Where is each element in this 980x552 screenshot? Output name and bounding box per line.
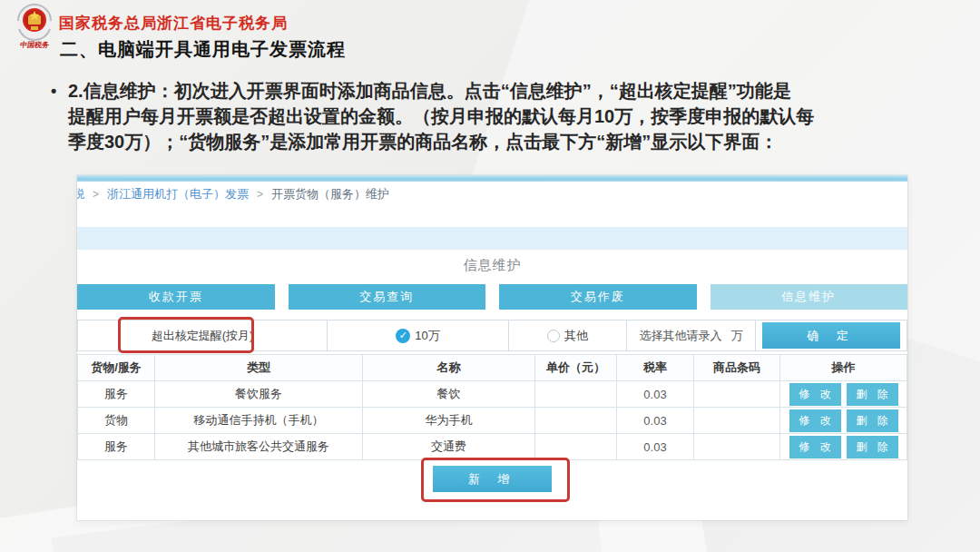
modify-button[interactable]: 修 改 xyxy=(789,409,841,432)
cell-type: 其他城市旅客公共交通服务 xyxy=(155,434,363,459)
modify-button[interactable]: 修 改 xyxy=(789,383,841,406)
col-header-name: 名称 xyxy=(363,355,535,380)
tab-receipt-invoice[interactable]: 收款开票 xyxy=(77,284,275,310)
breadcrumb: 税>浙江通用机打（电子）发票>开票货物（服务）维护 xyxy=(77,186,907,204)
intro-line: 2.信息维护：初次进入开票界面时添加商品信息。点击“信息维护”，“超出核定提醒”… xyxy=(51,78,926,104)
delete-button[interactable]: 删 除 xyxy=(847,409,898,432)
intro-line: 季度30万）；“货物服务”是添加常用开票的商品名称，点击最下方“新增”显示以下界… xyxy=(51,129,926,154)
bullet-dot: • xyxy=(51,78,56,104)
cell-price xyxy=(535,381,617,407)
cell-category: 货物 xyxy=(78,408,155,433)
add-new-button[interactable]: 新 增 xyxy=(433,466,552,492)
col-header-type: 类型 xyxy=(155,355,363,380)
slide-background: 中国税务 国家税务总局浙江省电子税务局 二、电脑端开具通用电子发票流程 • 2.… xyxy=(0,0,980,552)
tax-bureau-logo-icon xyxy=(13,3,56,41)
table-header-row: 货物/服务 类型 名称 单价（元） 税率 商品条码 操作 xyxy=(78,355,906,381)
cell-actions: 修 改 删 除 xyxy=(780,434,906,459)
col-header-price: 单价（元） xyxy=(535,355,617,380)
org-title: 国家税务总局浙江省电子税务局 xyxy=(59,13,288,34)
delete-button[interactable]: 删 除 xyxy=(847,436,898,458)
cell-barcode xyxy=(694,434,780,459)
cell-barcode xyxy=(694,408,780,433)
toolbar-band xyxy=(77,227,907,250)
cell-name: 餐饮 xyxy=(363,381,535,407)
cell-name: 交通费 xyxy=(363,434,535,459)
logo-caption: 中国税务 xyxy=(10,40,59,50)
col-header-rate: 税率 xyxy=(617,355,694,380)
cell-name: 华为手机 xyxy=(363,408,535,433)
breadcrumb-separator: > xyxy=(257,188,263,201)
cell-price xyxy=(535,408,617,433)
tab-info-maintenance[interactable]: 信息维护 xyxy=(710,284,908,310)
other-amount-hint: 选择其他请录入 xyxy=(640,328,722,344)
option-other[interactable]: 其他 xyxy=(509,320,627,350)
tab-transaction-void[interactable]: 交易作废 xyxy=(499,284,697,310)
cell-rate: 0.03 xyxy=(617,408,694,433)
cell-price xyxy=(535,434,617,459)
option-100k[interactable]: ✓ 10万 xyxy=(328,320,509,350)
cell-category: 服务 xyxy=(78,381,155,407)
tab-transaction-query[interactable]: 交易查询 xyxy=(289,284,486,310)
option-other-label: 其他 xyxy=(564,328,588,344)
cell-rate: 0.03 xyxy=(617,434,694,459)
table-row: 货物 移动通信手持机（手机） 华为手机 0.03 修 改 删 除 xyxy=(78,408,906,434)
section-title: 二、电脑端开具通用电子发票流程 xyxy=(60,37,346,62)
cell-rate: 0.03 xyxy=(617,381,694,407)
option-100k-label: 10万 xyxy=(415,328,439,344)
delete-button[interactable]: 删 除 xyxy=(847,383,898,406)
panel-top-bar xyxy=(77,175,907,182)
cell-type: 餐饮服务 xyxy=(155,381,363,407)
breadcrumb-item-invoice-type[interactable]: 浙江通用机打（电子）发票 xyxy=(107,187,249,201)
other-amount-cell: 选择其他请录入 万 xyxy=(627,320,756,350)
checked-radio-icon[interactable]: ✓ xyxy=(396,329,410,343)
cell-actions: 修 改 删 除 xyxy=(780,381,906,407)
panel-title: 信息维护 xyxy=(77,257,907,274)
confirm-button[interactable]: 确 定 xyxy=(762,322,900,349)
unchecked-radio-icon[interactable] xyxy=(547,330,560,342)
intro-paragraph: • 2.信息维护：初次进入开票界面时添加商品信息。点击“信息维护”，“超出核定提… xyxy=(51,78,926,154)
quota-reminder-row: 超出核定提醒(按月) ✓ 10万 其他 选择其他请录入 万 确 定 xyxy=(77,320,907,351)
breadcrumb-separator: > xyxy=(93,188,99,201)
cell-barcode xyxy=(694,381,780,407)
col-header-category: 货物/服务 xyxy=(78,355,155,380)
other-amount-unit: 万 xyxy=(731,328,743,344)
col-header-barcode: 商品条码 xyxy=(694,355,780,380)
modify-button[interactable]: 修 改 xyxy=(789,436,841,458)
goods-services-table: 货物/服务 类型 名称 单价（元） 税率 商品条码 操作 服务 餐饮服务 餐饮 … xyxy=(77,354,907,460)
breadcrumb-item-current: 开票货物（服务）维护 xyxy=(271,187,389,201)
add-button-area: 新 增 xyxy=(77,457,907,504)
confirm-cell: 确 定 xyxy=(756,320,906,350)
cell-actions: 修 改 删 除 xyxy=(780,408,906,433)
reminder-label-cell: 超出核定提醒(按月) xyxy=(78,320,328,350)
cell-category: 服务 xyxy=(78,434,155,459)
table-row: 服务 餐饮服务 餐饮 0.03 修 改 删 除 xyxy=(78,381,906,408)
screenshot-panel: 税>浙江通用机打（电子）发票>开票货物（服务）维护 信息维护 收款开票 交易查询… xyxy=(77,175,907,520)
tab-bar: 收款开票 交易查询 交易作废 信息维护 xyxy=(77,284,907,310)
breadcrumb-item-tax[interactable]: 税 xyxy=(77,187,84,201)
cell-type: 移动通信手持机（手机） xyxy=(155,408,363,433)
intro-line: 提醒用户每月开票额是否超出设置的金额。（按月申报的默认每月10万，按季度申报的默… xyxy=(51,104,926,129)
col-header-actions: 操作 xyxy=(780,355,906,380)
reminder-label: 超出核定提醒(按月) xyxy=(152,328,254,344)
